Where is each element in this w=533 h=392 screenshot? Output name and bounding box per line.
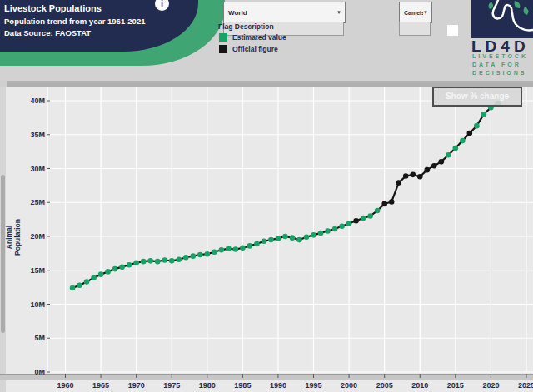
blank-widget-square: [447, 25, 458, 36]
y-tick-label: 30M: [30, 165, 45, 173]
data-point-estimated[interactable]: [212, 249, 217, 255]
region-dropdown-value: World: [224, 9, 336, 17]
data-point-estimated[interactable]: [233, 246, 239, 252]
data-point-official[interactable]: [417, 174, 423, 180]
species-dropdown[interactable]: Camels ▼: [399, 2, 432, 23]
x-tick-label: 1975: [163, 381, 180, 390]
y-tick-label: 40M: [30, 97, 45, 105]
data-point-estimated[interactable]: [481, 112, 487, 117]
x-tick-label: 2005: [376, 381, 393, 390]
data-point-estimated[interactable]: [162, 257, 167, 263]
data-point-estimated[interactable]: [127, 262, 132, 268]
data-point-estimated[interactable]: [197, 252, 203, 258]
population-trend-chart[interactable]: 1960196519701975198019851990199520002005…: [0, 87, 533, 392]
data-point-estimated[interactable]: [290, 235, 296, 241]
data-point-estimated[interactable]: [91, 275, 97, 280]
data-point-estimated[interactable]: [375, 208, 381, 214]
data-point-estimated[interactable]: [70, 285, 76, 291]
official-figure-swatch: [219, 45, 227, 53]
data-point-estimated[interactable]: [105, 269, 111, 275]
data-point-official[interactable]: [403, 173, 409, 179]
x-tick-label: 1960: [57, 381, 73, 390]
x-tick-label: 1985: [234, 381, 251, 390]
data-point-estimated[interactable]: [112, 266, 118, 272]
data-point-estimated[interactable]: [133, 260, 139, 265]
x-tick-label: 2020: [482, 381, 499, 390]
data-point-estimated[interactable]: [169, 258, 175, 264]
horizontal-scrollbar-top[interactable]: [7, 81, 533, 87]
data-point-estimated[interactable]: [268, 237, 274, 243]
x-tick-label: 1980: [199, 381, 216, 390]
data-point-official[interactable]: [424, 167, 430, 173]
data-point-estimated[interactable]: [361, 216, 366, 221]
data-point-estimated[interactable]: [332, 226, 338, 232]
data-point-estimated[interactable]: [205, 251, 211, 257]
data-point-official[interactable]: [467, 131, 473, 136]
data-point-estimated[interactable]: [311, 232, 316, 238]
data-source-label: Data Source: FAOSTAT: [4, 28, 91, 37]
data-point-estimated[interactable]: [453, 146, 459, 151]
page-subtitle: Population trend from year 1961-2021: [4, 17, 145, 26]
data-point-estimated[interactable]: [77, 282, 82, 288]
data-point-estimated[interactable]: [276, 236, 281, 241]
x-tick-label: 1995: [306, 381, 322, 390]
data-point-estimated[interactable]: [240, 246, 246, 251]
x-tick-label: 2000: [341, 381, 357, 390]
data-point-estimated[interactable]: [155, 259, 161, 265]
data-point-official[interactable]: [410, 172, 416, 178]
livestock-dashboard: 1960196519701975198019851990199520002005…: [0, 0, 533, 392]
region-dropdown[interactable]: World ▼: [223, 2, 346, 23]
chevron-down-icon: ▼: [336, 10, 345, 15]
ld4d-logo-icon: [471, 0, 533, 38]
data-point-estimated[interactable]: [346, 221, 352, 226]
x-tick-label: 2025: [518, 381, 533, 390]
data-point-estimated[interactable]: [226, 246, 232, 251]
data-point-estimated[interactable]: [460, 138, 466, 144]
data-point-estimated[interactable]: [339, 223, 345, 229]
y-axis-title: AnimalPopulation: [5, 219, 22, 256]
data-point-estimated[interactable]: [141, 259, 147, 265]
data-point-estimated[interactable]: [147, 258, 153, 264]
species-dropdown-value: Camels: [400, 10, 423, 16]
data-point-estimated[interactable]: [367, 213, 373, 219]
data-point-official[interactable]: [396, 180, 401, 186]
y-tick-label: 25M: [30, 198, 45, 206]
legend-label: Estimated value: [232, 33, 286, 42]
data-point-official[interactable]: [438, 159, 444, 165]
estimated-value-swatch: [219, 33, 227, 42]
y-tick-label: 10M: [30, 300, 45, 309]
data-point-estimated[interactable]: [119, 264, 125, 270]
show-percent-change-button[interactable]: Show % change: [432, 87, 522, 107]
data-point-official[interactable]: [353, 218, 359, 224]
y-tick-label: 15M: [30, 266, 45, 275]
x-tick-label: 2010: [411, 381, 428, 390]
data-point-estimated[interactable]: [247, 243, 253, 249]
data-point-estimated[interactable]: [474, 123, 480, 129]
data-point-official[interactable]: [431, 163, 437, 169]
data-point-official[interactable]: [389, 199, 395, 205]
data-point-official[interactable]: [381, 201, 387, 207]
y-tick-label: 35M: [30, 131, 45, 139]
data-point-estimated[interactable]: [183, 255, 189, 261]
x-tick-label: 1990: [270, 381, 286, 390]
x-tick-label: 1965: [92, 381, 109, 390]
data-point-estimated[interactable]: [98, 271, 104, 277]
data-point-estimated[interactable]: [304, 235, 310, 241]
data-point-estimated[interactable]: [84, 279, 90, 285]
y-tick-label: 0M: [34, 368, 45, 376]
data-point-estimated[interactable]: [318, 231, 324, 236]
data-point-estimated[interactable]: [254, 241, 260, 247]
data-point-estimated[interactable]: [446, 152, 451, 158]
data-point-estimated[interactable]: [296, 237, 302, 243]
data-point-estimated[interactable]: [219, 247, 225, 253]
species-dropdown-subbox[interactable]: [399, 22, 431, 36]
data-point-estimated[interactable]: [190, 253, 196, 259]
data-point-estimated[interactable]: [282, 234, 288, 240]
data-point-estimated[interactable]: [176, 256, 182, 262]
y-tick-label: 20M: [30, 232, 45, 241]
chevron-down-icon: ▼: [423, 10, 431, 15]
data-point-estimated[interactable]: [262, 238, 267, 244]
y-tick-label: 5M: [34, 334, 45, 342]
x-tick-label: 2015: [447, 381, 464, 390]
data-point-estimated[interactable]: [325, 228, 331, 234]
